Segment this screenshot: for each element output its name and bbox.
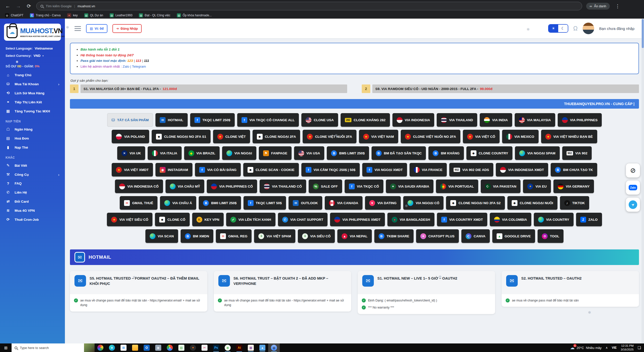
category-button-t-t-c-s-n-ph-m[interactable]: ⛁TẤT CẢ SẢN PHẨM — [107, 113, 153, 127]
category-button-via-poland[interactable]: VIA POLAND — [112, 130, 149, 143]
suggestion-item[interactable]: 2S9. VIA RAMDOM SIÊU CỔ - UID NGẮN - 200… — [362, 84, 639, 93]
category-button-clone-ngo-i-no-2fa-s2[interactable]: ☻CLONE NGOẠI NO 2FA S2 — [446, 196, 505, 210]
category-button-clone-kh-ng-282[interactable]: 282CLONE KHÁNG 282 — [341, 113, 390, 127]
category-button-key-vpn[interactable]: KKEY VPN — [192, 213, 224, 226]
url-bar[interactable]: Tìm kiếm Google | muahost.vn — [36, 2, 582, 10]
taskbar-app-color-wheel-app[interactable] — [95, 343, 106, 352]
sidebar-item-i-card[interactable]: ⇄Đổi Card — [0, 197, 65, 206]
category-button-via-saudi-arabia[interactable]: ✦VIA SAUDI ARABIA — [386, 180, 434, 193]
category-button-via-ngo-i-xmdt[interactable]: fVIA NGOẠI XMDT — [362, 163, 407, 177]
login-button[interactable]: ➔ Đăng Nhập — [112, 24, 142, 33]
category-button-bm0-limit-250[interactable]: BBM0 LIMIT 250$ — [199, 196, 241, 210]
product-card[interactable]: ✉S5. HOTMAIL TRUSTED – FORMAT OAUTH2 – Đ… — [70, 271, 207, 311]
category-button-via-ngo-i-spam[interactable]: VIA NGOẠI SPAM — [515, 146, 560, 160]
bookmark-key[interactable]: ✦key — [67, 13, 78, 17]
taskbar-app-snipping-tool[interactable]: ✂ — [199, 343, 210, 352]
hide-widget-button[interactable]: ⊘ — [626, 163, 640, 178]
weather-widget[interactable]: ☁1 20°C Nhiều mây — [570, 345, 601, 350]
notice-link-zalo[interactable]: Zalo — [123, 65, 129, 68]
category-button-via-bangladesh[interactable]: ●VIA BANGLADESH — [387, 213, 434, 226]
category-button-tool[interactable]: ⚙TOOL — [538, 229, 564, 243]
menu-toggle-button[interactable] — [74, 26, 81, 31]
category-button-via-vi-t-spam[interactable]: ⚘VIA VIỆT SPAM — [254, 229, 295, 243]
bookmark-p-kh-a-handmade[interactable]: ▤Ốp khóa handmade... — [177, 13, 212, 17]
category-button-via-dating[interactable]: ♥VIA DATING — [365, 196, 401, 210]
category-button-tiktok[interactable]: ♪TIKTOK — [560, 196, 589, 210]
sidebar-item-t-ng-t-ng-t-c-mxh[interactable]: ▦Tăng Tương Tác MXH — [0, 107, 65, 116]
category-button-via-uk[interactable]: ✕VIA UK — [117, 146, 145, 160]
category-button-tkqc-limit-250[interactable]: fTKQC LIMIT 250$ — [190, 113, 235, 127]
category-button-clone-vi-t[interactable]: ★CLONE VIỆT — [213, 130, 250, 143]
category-button-via-nepal[interactable]: ▲VIA NEPAL — [337, 229, 372, 243]
category-button-via-country[interactable]: VIA COUNTRY — [534, 213, 574, 226]
taskbar-app-vpn-lock-app[interactable]: ▣ — [152, 343, 164, 352]
sun-icon[interactable]: ☀ — [549, 25, 558, 32]
sidebar-item-l-ch-s-mua-h-ng[interactable]: ⟲Lịch Sử Mua Hàng — [0, 89, 65, 98]
sidebar-item-ti-p-th-li-n-k-t[interactable]: ⚭Tiếp Thị Liên Kết — [0, 98, 65, 107]
category-button-via-thailand[interactable]: VIA THAILAND — [437, 113, 477, 127]
category-button-bm-ch-a-t-o-tk[interactable]: BBM CHƯA TẠO TK — [551, 163, 597, 177]
bookmark-t-ql-c-ng-vi-c[interactable]: ▤Đạt - QL Công việc — [139, 13, 170, 17]
category-button-via-vi-t-si-u-c[interactable]: ★VIA VIỆT SIÊU CỔ — [107, 213, 152, 226]
back-button[interactable]: ← — [5, 3, 11, 9]
sidebar-item-n-p-th[interactable]: ▮Nạp Thẻ — [0, 143, 65, 152]
category-button-hotmail[interactable]: ✉HOTMAIL — [155, 113, 188, 127]
currency-select[interactable]: Select Currency: VND ▾ — [0, 52, 65, 59]
category-button-via-colombia[interactable]: VIA COLOMBIA — [490, 213, 531, 226]
category-button-via-chat-support[interactable]: ✆VIA CHAT SUPPORT — [278, 213, 328, 226]
category-button-via-portugal[interactable]: ◉VIA PORTUGAL — [436, 180, 478, 193]
category-button-gmail-thu[interactable]: ✉GMAIL THUÊ — [120, 196, 157, 210]
category-button-clone-scan-cookie[interactable]: ☻CLONE SCAN - COOKIE — [243, 163, 299, 177]
category-button-via-902[interactable]: 902VIA 902 — [562, 146, 592, 160]
category-button-via-indonesia[interactable]: VIA INDONESIA — [392, 113, 434, 127]
category-button-via-vi-t-xmdt[interactable]: ★VIA VIỆT XMDT — [112, 163, 153, 177]
category-button-via-ch-u[interactable]: VIA CHÂU Á — [160, 196, 196, 210]
category-button-bm-t-o-s-n-tkqc[interactable]: BBM ĐÃ TẠO SẴN TKQC — [372, 146, 426, 160]
tray-expand-icon[interactable]: ∧ — [606, 346, 608, 349]
category-button-via-l-n-t-ch-xanh[interactable]: ✔VIA LÊN TÍCH XANH — [226, 213, 275, 226]
notice-link-telegram[interactable]: Telegram — [132, 65, 146, 68]
category-button-fanpage[interactable]: ⚑FANPAGE — [259, 146, 292, 160]
category-button-via-philippines-c[interactable]: VIA PHILIPPINES CỔ — [207, 180, 257, 193]
category-button-tkqc-limit-50[interactable]: fTKQC LIMIT 50$ — [244, 196, 286, 210]
category-button-via-tkqc-c[interactable]: fVIA TKQC CỔ — [345, 180, 383, 193]
taskbar-app-notepad-app[interactable]: ▤ — [176, 343, 187, 352]
category-button-via-mexico[interactable]: VIA MEXICO — [502, 130, 539, 143]
sidebar-item-mua-4g-vpn[interactable]: ≋Mua 4G VPN — [0, 206, 65, 215]
sidebar-item-trang-ch[interactable]: ⌂Trang Chủ — [0, 71, 65, 79]
sidebar-item-ho-n[interactable]: ▤Hoá Đơn — [0, 134, 65, 143]
category-button-clone-usa[interactable]: CLONE USA — [301, 113, 338, 127]
category-button-via-brazil[interactable]: ◆VIA BRAZIL — [184, 146, 220, 160]
taskbar-app-flame-app[interactable]: ✦ — [187, 343, 199, 352]
category-button-clone-vi-t-nu-i-2fa[interactable]: ★CLONE VIỆT NUÔI 2FA — [303, 130, 356, 143]
avatar[interactable] — [583, 23, 594, 34]
category-button-via-malaysia[interactable]: VIA MALAYSIA — [515, 113, 555, 127]
zalo-contact-button[interactable]: Zalo — [626, 181, 640, 195]
category-button-clone-vi-t-nu-i-no-2fa[interactable]: ★CLONE VIỆT NUÔI NO 2FA — [401, 130, 460, 143]
category-button-outlook[interactable]: ✉OUTLOOK — [289, 196, 322, 210]
category-button-bm-kh-ng[interactable]: BBM KHÁNG — [428, 146, 464, 160]
wallet-button[interactable]: ▤ Ví: 0đ — [86, 24, 107, 33]
category-button-canva[interactable]: CCANVA — [461, 229, 490, 243]
site-logo[interactable]: ☁ MUAHOST.VN WEBSITE MUA HOSTING GIÁ RẺ … — [4, 24, 61, 41]
category-button-via-germany[interactable]: VIA GERMANY — [553, 180, 594, 193]
category-button-google-drive[interactable]: ▲GOOGLE DRIVE — [492, 229, 535, 243]
category-button-gmail-reg[interactable]: ✉GMAIL REG — [216, 229, 252, 243]
category-button-via-vi-t-c[interactable]: ★VIA VIỆT CỔ — [463, 130, 500, 143]
theme-toggle[interactable]: ☀ ☾ — [548, 24, 568, 33]
taskbar-app-outlook[interactable]: O — [141, 343, 152, 352]
category-button-via-indonesia-c[interactable]: VIA INDONESIA CỔ — [115, 180, 163, 193]
language-select[interactable]: Select Language: Vietnamese — [0, 45, 65, 52]
bookmark-ql-d-n[interactable]: ▤QL Dự án — [84, 13, 103, 17]
bookmark-leather1993[interactable]: ▤Leather1993 — [110, 13, 132, 17]
action-center-icon[interactable]: ❏ — [638, 345, 641, 350]
category-button-via-country-xmdt[interactable]: fVIA COUNTRY XMDT — [437, 213, 487, 226]
category-button-via-italia[interactable]: VIA ITALIA — [148, 146, 181, 160]
sidebar-item-li-n-h[interactable]: ✆Liên Hệ — [0, 188, 65, 197]
bookmark-chatgpt[interactable]: ◎ChatGPT — [5, 13, 23, 17]
bookmark-trang-ch-canva[interactable]: CTrang chủ - Canva — [30, 13, 61, 17]
category-button-bm5-limit-250[interactable]: BBM5 LIMIT 250$ — [327, 146, 369, 160]
category-button-clone-ngo-i-nu-i[interactable]: ☻CLONE NGOẠI NUÔI — [507, 196, 557, 210]
category-button-via-philippines[interactable]: VIA PHILIPPINES — [558, 113, 602, 127]
bell-icon[interactable]: Ω — [573, 25, 578, 32]
